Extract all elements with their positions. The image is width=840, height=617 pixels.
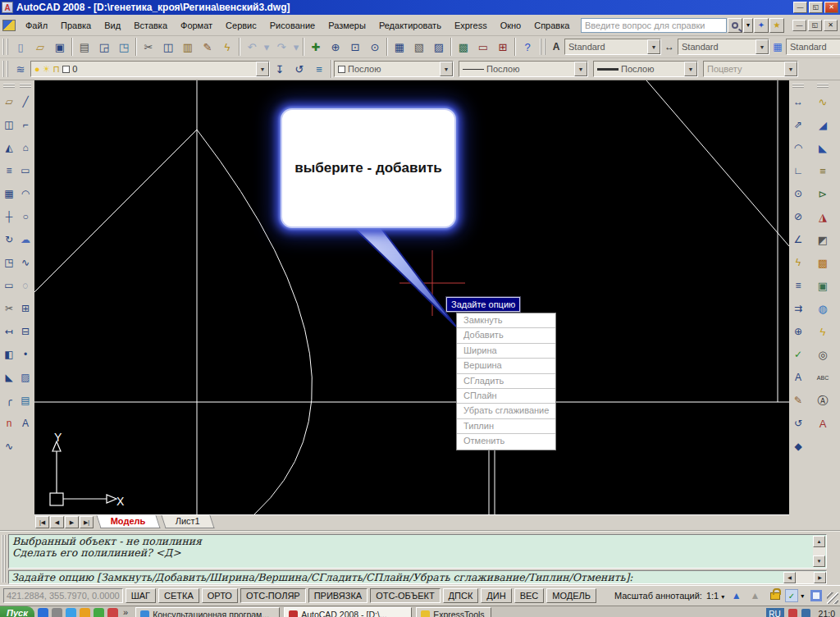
menu-item-7[interactable]: Размеры [322,17,372,34]
mdi-close-button[interactable]: ✕ [824,20,838,31]
named-ucs-button[interactable]: ◩ [811,228,834,251]
chevron-down-icon[interactable]: ▼ [440,62,453,76]
command-window-grip[interactable] [2,535,6,583]
menu-item-10[interactable]: Окно [494,17,528,34]
menu-item-8[interactable]: Редактировать [372,17,448,34]
scale-button[interactable]: ◳ [2,251,16,274]
dim-style-combo[interactable]: Standard ▼ [678,39,769,55]
command-history-scrollbar[interactable]: ▲ ▼ [813,536,825,567]
toolbar-grip[interactable] [817,84,829,88]
chevron-down-icon[interactable]: ▼ [756,39,769,54]
start-button[interactable]: Пуск [0,606,34,617]
help-search-input[interactable] [581,18,727,33]
undo-options-button[interactable]: ▾ [262,38,272,56]
chamfer-button[interactable]: ◣ [2,366,16,389]
taskbar-task-1[interactable]: AutoCAD 2008 - [D:\... [284,607,412,617]
layer-combo[interactable]: ● ☀ ⊓ 0 ▼ [30,61,270,77]
taskbar-task-0[interactable]: Консультационная програм... [135,607,280,617]
dim-baseline-button[interactable]: ≡ [791,274,806,297]
context-menu-item-1[interactable]: Добавить [457,328,555,343]
match-properties-button[interactable]: ✎ [198,38,217,56]
save-button[interactable]: ▣ [50,38,70,56]
dim-edit-button[interactable]: ✎ [791,389,806,412]
context-menu-item-2[interactable]: Ширина [457,344,555,359]
layer-properties-manager-button[interactable]: ≋ [11,60,30,78]
arc-button[interactable]: ◠ [18,182,33,205]
toolbar-grip[interactable] [540,39,546,55]
open-button[interactable]: ▱ [30,38,50,56]
fillet-button[interactable]: ╭ [2,389,16,412]
dim-inspect-button[interactable]: ✓ [791,343,806,366]
line-button[interactable]: ╱ [18,90,33,113]
quick-dimension-button[interactable]: ϟ [791,251,806,274]
chevron-down-icon[interactable]: ▼ [256,62,269,76]
image-attach-button[interactable]: ▣ [811,274,834,297]
quick-launch-icon-1[interactable] [52,608,62,617]
scroll-up-icon[interactable]: ▲ [813,536,825,547]
minimize-button[interactable]: — [793,2,807,13]
toolbar-grip[interactable] [20,84,31,88]
menu-item-2[interactable]: Вид [98,17,127,34]
text-scale-button[interactable]: ABC [811,366,834,389]
dim-radius-button[interactable]: ⊙ [791,182,806,205]
dim-diameter-button[interactable]: ⊘ [791,205,806,228]
publish-button[interactable]: ◳ [114,38,134,56]
erase-button[interactable]: ▱ [2,90,16,113]
pan-button[interactable]: ✚ [306,38,326,56]
mdi-minimize-button[interactable]: — [792,20,806,31]
close-button[interactable]: ✕ [824,2,838,13]
zoom-window-button[interactable]: ⊡ [345,38,365,56]
menu-item-3[interactable]: Вставка [127,17,174,34]
hatch-edit-button[interactable]: ▩ [811,251,834,274]
quick-launch-icon-4[interactable] [94,608,104,617]
dim-style-button[interactable]: ◆ [791,435,806,458]
markup-set-manager-button[interactable]: ▭ [473,38,493,56]
dim-linear-button[interactable]: ↔ [791,90,806,113]
stretch-button[interactable]: ▭ [2,274,16,297]
quick-launch-icon-0[interactable] [38,608,48,617]
status-toggle-7[interactable]: ДИН [481,588,511,603]
copy-button[interactable]: ◫ [158,38,178,56]
chevron-down-icon[interactable]: ▼ [684,62,697,76]
toolbar-grip[interactable] [3,84,15,88]
paste-button[interactable]: ▥ [178,38,198,56]
edit-polyline-button[interactable]: n [2,412,16,435]
plot-style-combo[interactable]: Поцвету ▼ [703,61,798,77]
chevron-down-icon[interactable]: ▾ [801,592,804,600]
dim-arc-length-button[interactable]: ◠ [791,136,806,159]
status-toggle-0[interactable]: ШАГ [126,588,156,603]
redo-button[interactable]: ↷ [272,38,291,56]
toolbar-grip[interactable] [2,61,8,77]
toolbar-check-icon[interactable]: ✓ [785,589,799,602]
quick-launch-icon-3[interactable] [80,608,90,617]
make-block-button[interactable]: ⊟ [18,320,33,343]
toolbar-grip[interactable] [792,84,804,88]
linetype-combo[interactable]: Послою ▼ [459,61,588,77]
layer-on-icon[interactable]: ● [34,64,40,74]
designcenter-button[interactable]: ▧ [409,38,429,56]
mdi-restore-button[interactable]: ◱ [808,20,822,31]
make-object-layer-current-button[interactable]: ↧ [270,60,290,78]
toolbar-lock-icon[interactable] [770,592,780,600]
layer-lock-icon[interactable]: ⊓ [53,64,61,75]
scrollbar-track[interactable] [796,571,814,583]
status-toggle-9[interactable]: МОДЕЛЬ [546,588,596,603]
taskbar-task-2[interactable]: ExpressTools [416,607,491,617]
block-editor-button[interactable]: ϟ [217,38,237,56]
solid-box-button[interactable]: ◣ [811,136,834,159]
annotation-visibility-icon[interactable]: ▲ [729,589,743,602]
scroll-right-icon[interactable]: ▶ [814,572,826,583]
search-icon[interactable] [728,18,742,33]
menu-item-11[interactable]: Справка [527,17,576,34]
scroll-left-icon[interactable]: ◀ [783,572,796,583]
scroll-down-icon[interactable]: ▼ [813,555,825,567]
favorites-star-icon[interactable]: ★ [769,18,784,33]
circle-button[interactable]: ○ [18,205,33,228]
communication-center-icon[interactable]: ✦ [754,18,769,33]
quick-launch-icon-5[interactable] [107,608,118,617]
quick-select-button[interactable]: ϟ [811,320,834,343]
mirror-3d-button[interactable]: ◮ [811,205,834,228]
plot-button[interactable]: ▤ [75,38,94,56]
menu-item-4[interactable]: Формат [174,17,219,34]
move-button[interactable]: ┼ [2,205,16,228]
